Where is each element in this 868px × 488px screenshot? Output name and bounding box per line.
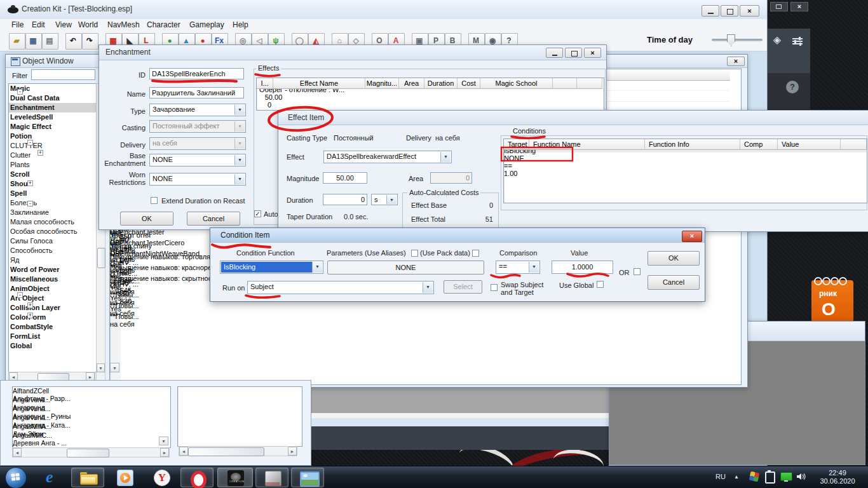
object-window-close-button[interactable]: ×: [727, 57, 745, 66]
list-item[interactable]: Angarvund...Ангарвунд - Ката...: [13, 414, 169, 423]
tree-item[interactable]: Miscellaneous: [9, 274, 96, 284]
name-field[interactable]: Разрушитель Заклинаний: [149, 87, 244, 98]
parameters-button[interactable]: NONE: [327, 261, 484, 274]
use-aliases-checkbox[interactable]: [411, 250, 418, 257]
tree-item[interactable]: FormList: [9, 332, 96, 341]
menu-item-world[interactable]: World: [76, 20, 100, 30]
dropdown-arrow-icon[interactable]: ▼: [440, 152, 451, 162]
cell-list-h-scrollbar[interactable]: ◄ ►: [12, 447, 170, 458]
tray-antivirus-icon[interactable]: [749, 471, 760, 482]
use-pack-data-checkbox[interactable]: [472, 250, 479, 257]
effect-dropdown[interactable]: DA13SpellbreakerwardEffect▼: [323, 151, 452, 163]
tree-item[interactable]: Shout: [9, 179, 96, 189]
enchantment-restore-button[interactable]: [565, 48, 582, 58]
tree-item[interactable]: Spell: [9, 189, 96, 198]
condition-item-close-button[interactable]: ×: [682, 231, 702, 242]
scroll-left-arrow[interactable]: ◄: [179, 447, 188, 456]
restore-button[interactable]: [721, 5, 738, 17]
menu-item-gameplay[interactable]: Gameplay: [187, 20, 226, 30]
or-checkbox[interactable]: [634, 268, 641, 275]
tree-expander[interactable]: -: [27, 201, 33, 207]
duration-field[interactable]: 0: [323, 194, 367, 205]
dropdown-arrow-icon[interactable]: ▼: [423, 282, 433, 293]
dark-app-restore-button[interactable]: [770, 2, 788, 11]
taskbar-item-creation-kit[interactable]: CREATION: [217, 468, 253, 487]
menu-item-help[interactable]: Help: [231, 20, 250, 30]
cancel-button[interactable]: Cancel: [187, 212, 240, 226]
tray-clipboard-icon[interactable]: [765, 471, 775, 484]
tree-item[interactable]: Болезнь: [9, 198, 96, 208]
taskbar-item-internet-explorer[interactable]: e: [37, 468, 70, 487]
tray-display-icon[interactable]: [780, 472, 792, 481]
use-global-checkbox[interactable]: [597, 281, 604, 288]
column-header[interactable]: Comp: [740, 139, 778, 150]
scroll-down-arrow[interactable]: ▼: [110, 363, 119, 372]
filter-input[interactable]: [31, 69, 95, 80]
dropdown-arrow-icon[interactable]: ▼: [312, 262, 322, 273]
tree-item[interactable]: Global: [9, 341, 96, 351]
taskbar-item-gray-app[interactable]: [255, 468, 288, 487]
list-item[interactable]: AngasMillC...Деревня Анга - ...: [13, 431, 169, 440]
tray-clock[interactable]: 22:49 30.06.2020: [815, 469, 860, 485]
tree-item[interactable]: Малая способность: [9, 217, 96, 227]
type-dropdown[interactable]: Зачарование▼: [149, 104, 246, 116]
tree-item[interactable]: Plants: [9, 160, 96, 170]
tree-item[interactable]: Enchantment: [9, 103, 96, 112]
value-field[interactable]: 1.0000: [552, 261, 613, 274]
tree-item[interactable]: Заклинание: [9, 208, 96, 217]
cell-list-down-arrow[interactable]: ▼: [159, 437, 168, 445]
id-field[interactable]: DA13SpellBreakerEnch: [149, 68, 244, 79]
ok-button[interactable]: OK: [120, 212, 173, 226]
tree-item[interactable]: CLUTTER: [9, 141, 96, 151]
tree-expander[interactable]: -: [17, 89, 23, 95]
taskbar-item-image-viewer[interactable]: [291, 468, 324, 487]
tree-expander[interactable]: +: [27, 313, 33, 318]
toolbar-redo-icon[interactable]: ↷: [82, 33, 98, 50]
ok-button[interactable]: OK: [648, 251, 700, 266]
dropdown-arrow-icon[interactable]: ▼: [234, 155, 245, 165]
column-header[interactable]: Value: [778, 139, 841, 150]
dropdown-arrow-icon[interactable]: ▼: [234, 105, 245, 115]
menu-item-edit[interactable]: Edit: [30, 20, 47, 30]
tree-item[interactable]: Способность: [9, 246, 96, 255]
dropdown-arrow-icon[interactable]: ▼: [529, 262, 539, 273]
minimize-button[interactable]: [702, 5, 719, 17]
scroll-right-arrow[interactable]: ►: [160, 448, 169, 457]
column-header[interactable]: Function Name: [529, 139, 645, 150]
help-circle-icon[interactable]: ?: [786, 81, 799, 93]
menu-item-file[interactable]: File: [10, 20, 25, 30]
run-on-dropdown[interactable]: Subject▼: [247, 281, 434, 294]
tree-item[interactable]: Scroll: [9, 170, 96, 179]
cell-grid-h-scrollbar[interactable]: ◄ ►: [179, 446, 297, 456]
list-item[interactable]: Angarvund...Ангарвунд - Руины: [13, 405, 169, 414]
taskbar-item-opera[interactable]: [180, 468, 214, 487]
tree-item[interactable]: Особая способность: [9, 227, 96, 236]
tree-item[interactable]: CombatStyle: [9, 322, 96, 332]
enchantment-close-button[interactable]: ×: [584, 48, 601, 58]
taskbar-item-file-explorer[interactable]: [71, 468, 104, 487]
tree-expander[interactable]: +: [27, 302, 33, 308]
column-header[interactable]: Effect Name: [273, 78, 365, 89]
extend-duration-checkbox[interactable]: [151, 197, 158, 204]
menu-item-character[interactable]: Character: [145, 20, 182, 30]
dark-app-close-button[interactable]: ×: [790, 2, 808, 11]
tree-expander[interactable]: -: [17, 292, 23, 298]
scroll-thumb[interactable]: [188, 447, 264, 456]
menu-item-navmesh[interactable]: NavMesh: [105, 20, 142, 30]
tray-volume-icon[interactable]: [796, 472, 806, 481]
base-enchantment-dropdown[interactable]: NONE▼: [149, 154, 246, 166]
tree-item[interactable]: LeveledSpell: [9, 112, 96, 122]
tree-item[interactable]: ColorForm: [9, 313, 96, 322]
column-header[interactable]: Function Info: [645, 139, 740, 150]
scroll-right-arrow[interactable]: ►: [288, 447, 297, 456]
duration-unit-dropdown[interactable]: s▼: [371, 194, 398, 205]
swap-subject-checkbox[interactable]: [491, 284, 498, 291]
condition-function-dropdown[interactable]: IsBlocking ▼: [220, 261, 323, 274]
cancel-button[interactable]: Cancel: [648, 275, 700, 290]
list-item[interactable]: Angarvund...Ангарвунд: [13, 396, 169, 405]
toolbar-undo-icon[interactable]: ↶: [65, 33, 82, 50]
tray-hidden-icons-arrow[interactable]: ▲: [734, 474, 739, 480]
taskbar-item-yandex-browser[interactable]: Y: [145, 468, 178, 487]
worn-restrictions-dropdown[interactable]: NONE▼: [149, 173, 246, 186]
dropdown-arrow-icon[interactable]: ▼: [234, 174, 245, 184]
